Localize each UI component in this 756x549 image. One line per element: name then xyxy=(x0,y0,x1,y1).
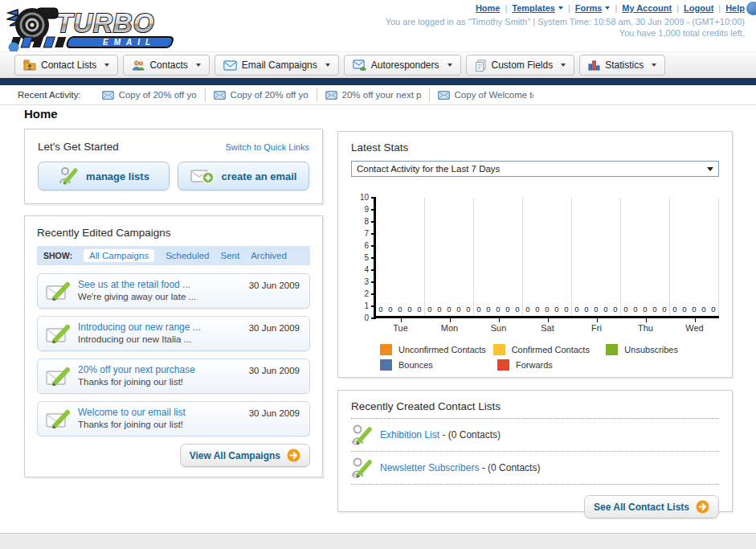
x-tick-mark xyxy=(499,318,500,322)
tab-label: Custom Fields xyxy=(492,59,554,71)
create-email-label: create an email xyxy=(222,170,297,182)
recent-activity-items: Copy of 20% off yoCopy of 20% off yo20% … xyxy=(94,88,541,101)
get-started-panel: Let's Get Started Switch to Quick Links … xyxy=(24,129,323,204)
recent-activity-link[interactable]: 20% off your next p xyxy=(342,90,421,100)
recent-activity-item: Copy of 20% off yo xyxy=(94,88,206,101)
legend-swatch xyxy=(380,359,392,371)
stats-period-value: Contact Activity for the Last 7 Days xyxy=(357,164,500,174)
manage-lists-label: manage lists xyxy=(86,170,149,182)
tab-email-campaigns[interactable]: Email Campaigns xyxy=(215,55,339,76)
filter-scheduled[interactable]: Scheduled xyxy=(166,251,209,260)
view-all-campaigns-button[interactable]: View All Campaigns xyxy=(180,444,310,467)
y-tick-label: 7 xyxy=(364,230,369,238)
tab-custom-fields[interactable]: Custom Fields xyxy=(466,55,575,76)
campaign-item: Welcome to our email listThanks for join… xyxy=(37,401,310,436)
campaigns-title: Recently Edited Campaigns xyxy=(37,227,310,239)
bar-value-label: 0 xyxy=(427,305,431,313)
header: TURBO EMAIL Home|Templates|Forms|My Acco… xyxy=(0,0,756,51)
filter-archived[interactable]: Archived xyxy=(251,251,287,260)
page-title: Home xyxy=(24,107,58,121)
bar-value-label: 0 xyxy=(505,305,509,313)
bar-value-label: 0 xyxy=(574,305,578,313)
x-tick-mark xyxy=(695,318,696,322)
separator: | xyxy=(676,3,679,13)
bar-value-labels: 00000 xyxy=(523,305,571,313)
header-link-templates[interactable]: Templates xyxy=(512,3,563,13)
contact-list-link[interactable]: Exhibition List xyxy=(380,429,439,440)
legend-label: Confirmed Contacts xyxy=(512,345,590,354)
logo-word-email: EMAIL xyxy=(103,38,156,47)
envelope-pencil-icon xyxy=(46,281,72,305)
tab-statistics[interactable]: Statistics xyxy=(579,55,665,76)
contact-list-link[interactable]: Newsletter Subscribers xyxy=(380,462,479,473)
view-all-campaigns-label: View All Campaigns xyxy=(190,450,280,461)
bar-value-label: 0 xyxy=(662,305,666,313)
legend-label: Unsubscribes xyxy=(624,345,678,354)
bar-value-label: 0 xyxy=(633,305,637,313)
header-nav-links: Home|Templates|Forms|My Account|Logout|H… xyxy=(476,3,745,13)
bar-value-label: 0 xyxy=(437,305,441,313)
envelope-pencil-icon xyxy=(46,366,72,391)
orange-arrow-icon xyxy=(696,500,709,514)
create-email-button[interactable]: create an email xyxy=(178,162,309,191)
y-tick-label: 10 xyxy=(360,194,369,202)
bar-value-label: 0 xyxy=(564,305,568,313)
turbo-email-app: TURBO EMAIL Home|Templates|Forms|My Acco… xyxy=(0,0,756,549)
legend-item: Forwards xyxy=(497,359,615,371)
campaign-date: 30 Jun 2009 xyxy=(249,408,300,418)
bar-value-label: 0 xyxy=(603,305,607,313)
x-tick-label: Wed xyxy=(670,318,719,333)
legend-swatch xyxy=(606,344,618,355)
contact-activity-chart: 109876543210 000000000000000000000000000… xyxy=(351,198,719,318)
legend-row: Unconfirmed ContactsConfirmed ContactsUn… xyxy=(380,344,719,355)
filter-sent[interactable]: Sent xyxy=(221,251,240,260)
chevron-down-icon xyxy=(652,64,656,67)
separator: | xyxy=(615,3,617,13)
separator: | xyxy=(568,3,570,13)
chart-plot-area: 00000000000000000000000000000000000 xyxy=(374,198,719,318)
header-link-logout[interactable]: Logout xyxy=(684,3,713,13)
x-tick-mark xyxy=(548,318,549,322)
envelope-icon xyxy=(438,91,450,100)
logo-word-turbo: TURBO xyxy=(56,8,154,38)
y-tick-label: 0 xyxy=(364,314,369,322)
see-all-contact-lists-button[interactable]: See All Contact Lists xyxy=(584,495,719,518)
main-navbar: Contact ListsContactsEmail CampaignsAuto… xyxy=(0,51,756,78)
bar-value-label: 0 xyxy=(643,305,647,313)
stats-period-dropdown[interactable]: Contact Activity for the Last 7 Days xyxy=(351,161,719,177)
envelope-plus-icon xyxy=(190,166,215,186)
recent-activity-link[interactable]: Copy of 20% off yo xyxy=(119,90,197,100)
tab-contact-lists[interactable]: Contact Lists xyxy=(14,55,118,76)
envelope-pencil-icon xyxy=(46,323,72,348)
separator: | xyxy=(505,3,507,13)
header-link-my-account[interactable]: My Account xyxy=(622,3,672,13)
autoresponders-icon xyxy=(353,59,366,71)
recent-activity-link[interactable]: Copy of 20% off yo xyxy=(231,90,309,100)
campaign-item: Introducing our new range ...Introducing… xyxy=(37,316,310,351)
bar-value-label: 0 xyxy=(496,305,500,313)
bar-value-label: 0 xyxy=(407,305,411,313)
header-link-home[interactable]: Home xyxy=(476,3,501,13)
corner-bubble-icon xyxy=(746,2,756,15)
envelope-icon xyxy=(214,91,226,100)
logo-graphic: TURBO EMAIL xyxy=(6,3,215,50)
x-tick-label: Tue xyxy=(376,318,425,333)
bar-value-label: 0 xyxy=(613,305,617,313)
header-link-help[interactable]: Help xyxy=(725,3,745,13)
y-tick-label: 2 xyxy=(364,290,369,298)
y-tick-label: 5 xyxy=(364,254,369,262)
campaign-date: 30 Jun 2009 xyxy=(249,323,300,333)
switch-quick-links-link[interactable]: Switch to Quick Links xyxy=(225,142,309,152)
recent-activity-link[interactable]: Copy of Welcome to xyxy=(455,90,533,100)
header-link-forms[interactable]: Forms xyxy=(575,3,611,13)
bar-value-label: 0 xyxy=(456,305,460,313)
login-info: You are logged in as "Timothy Smith" | S… xyxy=(386,17,745,27)
person-pencil-icon xyxy=(351,424,372,446)
manage-lists-button[interactable]: manage lists xyxy=(38,162,170,191)
tab-contacts[interactable]: Contacts xyxy=(123,55,209,76)
filter-all-campaigns[interactable]: All Campaigns xyxy=(84,249,154,262)
chart-group-sun: 00000 xyxy=(474,198,523,316)
chart-legend: Unconfirmed ContactsConfirmed ContactsUn… xyxy=(380,344,719,371)
latest-stats-panel: Latest Stats Contact Activity for the La… xyxy=(337,131,733,378)
tab-autoresponders[interactable]: Autoresponders xyxy=(344,55,461,76)
